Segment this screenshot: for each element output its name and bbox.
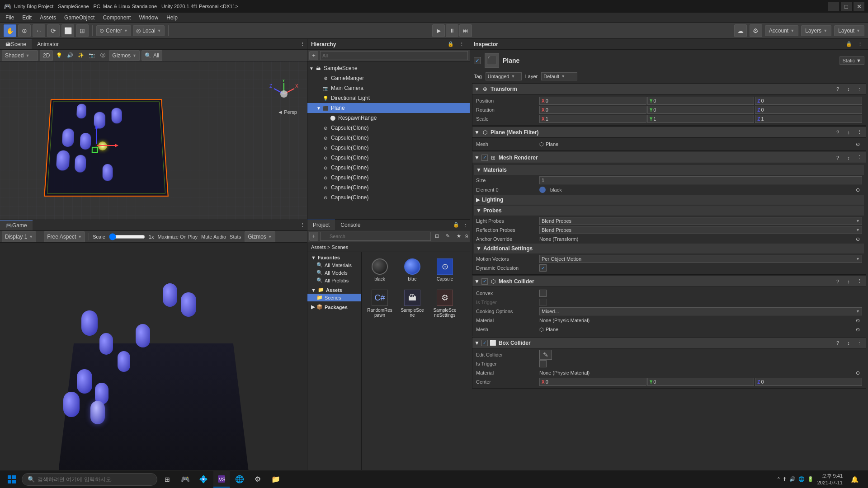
transform-more-btn[interactable]: ⋮ (855, 84, 864, 94)
motion-vectors-dropdown[interactable]: Per Object Motion ▼ (539, 255, 862, 263)
gizmos-dropdown[interactable]: Gizmos ▼ (109, 50, 140, 61)
tree-item-directionallight[interactable]: 💡 Directional Light (307, 93, 470, 103)
tool-rotate[interactable]: ↔ (33, 24, 45, 37)
menu-window[interactable]: Window (135, 14, 162, 22)
pivot-dropdown[interactable]: ⊙ Center ▼ (96, 25, 131, 36)
tree-item-capsule8[interactable]: ⊙ Capsule(Clone) (307, 192, 470, 202)
file-samplescenesettings[interactable]: ⚙ SampleSceneSettings (430, 287, 459, 319)
tree-item-capsule5[interactable]: ⊙ Capsule(Clone) (307, 163, 470, 173)
meshrenderer-header[interactable]: ▼ ✓ ⊞ Mesh Renderer ? ↕ ⋮ (472, 152, 866, 163)
pause-button[interactable]: ⏸ (446, 24, 458, 37)
assets-folder[interactable]: ▼ 📁 Assets (307, 286, 361, 294)
mesh-collider-material-pick-btn[interactable]: ⊙ (853, 316, 862, 325)
maximize-button[interactable]: □ (841, 2, 852, 11)
meshrenderer-preset-btn[interactable]: ↕ (844, 153, 853, 162)
box-material-pick-btn[interactable]: ⊙ (853, 368, 862, 377)
minimize-button[interactable]: — (828, 2, 839, 11)
edit-collider-btn[interactable]: ✎ (539, 350, 552, 360)
inspector-more-btn[interactable]: ⋮ (855, 40, 864, 49)
hierarchy-more-btn[interactable]: ⋮ (457, 40, 466, 49)
size-value[interactable]: 1 (539, 176, 862, 184)
menu-assets[interactable]: Assets (36, 14, 60, 22)
object-enabled-checkbox[interactable]: ✓ (474, 57, 481, 64)
tray-icon-3[interactable]: 🌐 (798, 476, 805, 482)
cooking-options-dropdown[interactable]: Mixed... ▼ (539, 307, 862, 315)
all-models-item[interactable]: 🔍 All Models (307, 269, 361, 277)
tree-item-capsule6[interactable]: ⊙ Capsule(Clone) (307, 173, 470, 183)
space-dropdown[interactable]: ◎ Local ▼ (133, 25, 165, 36)
scenes-folder[interactable]: 📁 Scenes (307, 294, 361, 301)
scale-z-field[interactable]: Z1 (755, 115, 862, 123)
position-x-field[interactable]: X0 (539, 97, 646, 105)
scale-slider[interactable] (109, 234, 145, 239)
transform-header[interactable]: ▼ ⊕ Transform ? ↕ ⋮ (472, 84, 866, 94)
tool-transform[interactable]: ⊞ (76, 24, 89, 37)
meshcollider-more-btn[interactable]: ⋮ (855, 277, 864, 286)
taskbar-app-4[interactable]: 🌐 (231, 471, 248, 488)
menu-edit[interactable]: Edit (19, 14, 35, 22)
scene-canvas[interactable]: X Y Z ◄ Persp (0, 61, 307, 220)
game-options-btn[interactable]: ⋮ (298, 221, 307, 230)
meshcollider-enabled-checkbox[interactable]: ✓ (481, 278, 488, 285)
tray-icon-4[interactable]: 🔋 (807, 476, 814, 482)
step-button[interactable]: ⏭ (459, 24, 472, 37)
menu-file[interactable]: File (2, 14, 18, 22)
tree-item-capsule4[interactable]: ⊙ Capsule(Clone) (307, 153, 470, 163)
tab-animator[interactable]: Animator (32, 39, 64, 49)
tree-item-capsule7[interactable]: ⊙ Capsule(Clone) (307, 183, 470, 192)
tree-item-respawnrange[interactable]: ⚪ RespawnRange (307, 113, 470, 123)
taskview-btn[interactable]: ⊞ (159, 471, 175, 488)
lighting-foldout[interactable]: ▶ Lighting (474, 195, 864, 205)
position-y-field[interactable]: Y0 (647, 97, 755, 105)
packages-folder[interactable]: ▶ 📦 Packages (307, 303, 361, 311)
meshfilter-more-btn[interactable]: ⋮ (855, 128, 864, 137)
project-icon-3[interactable]: ★ (454, 232, 463, 241)
menu-component[interactable]: Component (99, 14, 134, 22)
scale-x-field[interactable]: X1 (539, 115, 646, 123)
play-button[interactable]: ▶ (432, 24, 445, 37)
static-badge[interactable]: Static ▼ (840, 56, 864, 65)
probes-foldout[interactable]: ▼ Probes (474, 206, 864, 216)
file-randomrespawn[interactable]: C# RandomRespawn (365, 287, 394, 319)
tool-move[interactable]: ⊕ (18, 24, 31, 37)
taskbar-app-3[interactable]: VS (213, 471, 230, 488)
2d-button[interactable]: 2D (40, 50, 53, 61)
settings-icon[interactable]: ⚙ (750, 24, 762, 37)
time-display[interactable]: 오후 9:41 2021-07-11 (817, 473, 843, 486)
boxcollider-enabled-checkbox[interactable]: ✓ (481, 340, 488, 346)
favorites-header[interactable]: ▼ Favorites (307, 254, 361, 261)
hierarchy-search-input[interactable] (320, 51, 468, 60)
audio-toggle[interactable]: 🔊 (66, 51, 75, 60)
center-z-field[interactable]: Z0 (755, 378, 862, 386)
aspect-dropdown[interactable]: Free Aspect ▼ (44, 231, 85, 242)
all-dropdown[interactable]: 🔍 All (142, 50, 162, 61)
reflection-probes-dropdown[interactable]: Blend Probes ▼ (539, 226, 862, 234)
tool-scale[interactable]: ⟳ (47, 24, 60, 37)
layers-button[interactable]: Layers ▼ (801, 25, 831, 36)
transform-help-btn[interactable]: ? (833, 84, 842, 94)
meshrenderer-help-btn[interactable]: ? (833, 153, 842, 162)
tray-icon-1[interactable]: ⬆ (783, 476, 787, 482)
file-blue[interactable]: blue (398, 256, 427, 283)
game-canvas[interactable] (0, 243, 307, 488)
tree-item-plane[interactable]: ▼ ⬛ Plane (307, 103, 470, 113)
object-name[interactable]: Plane (503, 57, 836, 64)
taskbar-app-2[interactable]: 💠 (195, 471, 212, 488)
meshcollider-preset-btn[interactable]: ↕ (844, 277, 853, 286)
inspector-lock-btn[interactable]: 🔒 (844, 40, 854, 49)
file-samplescene[interactable]: 🏔 SampleScene (398, 287, 427, 319)
rotation-x-field[interactable]: X0 (539, 106, 646, 114)
meshcollider-help-btn[interactable]: ? (833, 277, 842, 286)
close-button[interactable]: ✕ (854, 2, 864, 11)
project-add-btn[interactable]: + (309, 232, 318, 241)
rotation-y-field[interactable]: Y0 (647, 106, 755, 114)
center-x-field[interactable]: X0 (539, 378, 646, 386)
project-more-btn[interactable]: ⋮ (461, 221, 470, 230)
taskbar-app-6[interactable]: 📁 (268, 471, 284, 488)
additional-foldout[interactable]: ▼ Additional Settings (474, 244, 864, 253)
position-z-field[interactable]: Z0 (755, 97, 862, 105)
tray-arrow[interactable]: ^ (778, 477, 780, 482)
hierarchy-lock-btn[interactable]: 🔒 (446, 40, 455, 49)
tab-project[interactable]: Project (307, 220, 335, 230)
game-gizmos-dropdown[interactable]: Gizmos ▼ (245, 231, 275, 242)
